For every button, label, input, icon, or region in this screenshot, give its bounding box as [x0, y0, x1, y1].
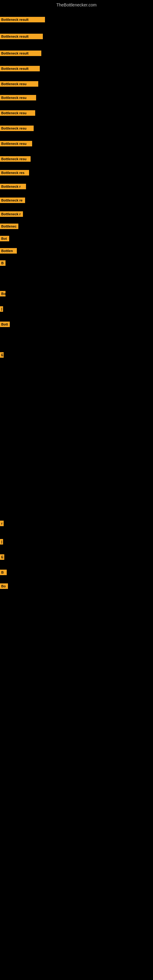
bottleneck-bar-11: Bottleneck r [0, 184, 26, 189]
bottleneck-bar-21: E [0, 352, 4, 358]
bottleneck-bar-6: Bottleneck resu [0, 110, 35, 116]
bottleneck-bar-10: Bottleneck res [0, 170, 29, 175]
bottleneck-bar-5: Bottleneck resu [0, 95, 36, 100]
bottleneck-bar-0: Bottleneck result [0, 17, 45, 22]
bottleneck-bar-1: Bottleneck result [0, 34, 43, 39]
bottleneck-bar-19: | [0, 306, 3, 312]
bottleneck-bar-14: Bottlenec [0, 224, 18, 229]
bottleneck-bar-23: | [0, 539, 3, 544]
bottleneck-bar-24: E [0, 554, 4, 560]
site-title: TheBottlenecker.com [0, 0, 153, 9]
bottleneck-bar-15: Bot [0, 236, 9, 241]
bottleneck-bar-4: Bottleneck resu [0, 81, 38, 87]
bottleneck-bar-7: Bottleneck resu [0, 126, 33, 131]
bottleneck-bar-25: B [0, 570, 7, 575]
bottleneck-bar-13: Bottleneck r [0, 211, 23, 217]
bottleneck-bar-9: Bottleneck resu [0, 156, 30, 162]
bottleneck-bar-20: Bott [0, 321, 10, 327]
bottleneck-bar-18: Bo [0, 291, 5, 296]
bottleneck-bar-2: Bottleneck result [0, 51, 41, 56]
bottleneck-bar-8: Bottleneck resu [0, 141, 32, 146]
bottleneck-bar-3: Bottleneck result [0, 66, 40, 72]
bottleneck-bar-16: Bottlen [0, 248, 17, 254]
bottleneck-bar-22: r [0, 520, 4, 526]
bottleneck-bar-26: Bo [0, 584, 8, 589]
bottleneck-bar-12: Bottleneck re [0, 197, 25, 203]
bottleneck-bar-17: B [0, 260, 5, 266]
